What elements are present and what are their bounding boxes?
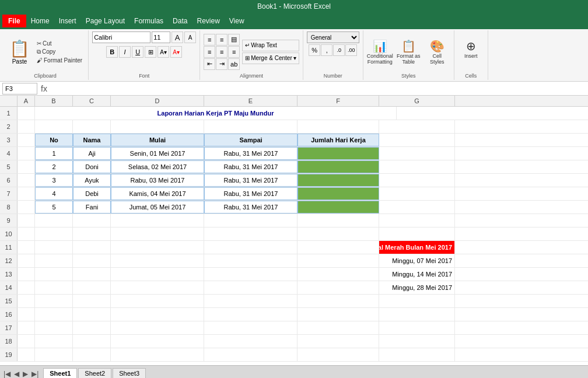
cell-B3[interactable]: No [35, 134, 73, 146]
cell-D4[interactable]: Senin, 01 Mei 2017 [111, 147, 204, 160]
cell-D9[interactable] [111, 214, 204, 227]
cell-C10[interactable] [73, 228, 111, 240]
cell-A2[interactable] [18, 120, 35, 133]
cell-E2[interactable] [204, 120, 298, 133]
cell-E10[interactable] [204, 228, 298, 240]
cell-E9[interactable] [204, 214, 298, 227]
cell-D2[interactable] [111, 120, 204, 133]
cell-A14[interactable] [18, 281, 35, 294]
cell-G4[interactable] [379, 147, 455, 160]
cell-E13[interactable] [204, 268, 298, 281]
cell-G10[interactable] [379, 228, 455, 240]
cell-F9[interactable] [298, 214, 379, 227]
cell-C14[interactable] [73, 281, 111, 294]
percent-btn[interactable]: % [309, 44, 320, 56]
cell-C4[interactable]: Aji [73, 147, 111, 160]
cell-E3[interactable]: Sampai [204, 134, 298, 146]
cell-C12[interactable] [73, 254, 111, 267]
decrease-decimal-btn[interactable]: .0 [333, 44, 345, 56]
col-header-E[interactable]: E [204, 96, 298, 106]
align-left-btn[interactable]: ≡ [204, 46, 215, 58]
menu-data[interactable]: Data [168, 16, 192, 26]
menu-formulas[interactable]: Formulas [130, 16, 168, 26]
function-btn[interactable]: fx [40, 84, 48, 93]
menu-home[interactable]: Home [26, 16, 54, 26]
sheet-tab-sheet1[interactable]: Sheet1 [43, 368, 77, 378]
col-header-B[interactable]: B [35, 96, 73, 106]
format-painter-button[interactable]: 🖌 Format Painter [34, 57, 85, 64]
number-format-select[interactable]: General [307, 32, 359, 43]
cell-F5[interactable] [298, 160, 379, 173]
cell-E8[interactable]: Rabu, 31 Mei 2017 [204, 201, 298, 214]
col-header-A[interactable]: A [18, 96, 35, 106]
cell-F4[interactable] [298, 147, 379, 160]
cell-D3[interactable]: Mulai [111, 134, 204, 146]
cell-B6[interactable]: 3 [35, 174, 73, 187]
cell-G2[interactable] [379, 120, 455, 133]
cell-A9[interactable] [18, 214, 35, 227]
underline-button[interactable]: U [132, 46, 144, 58]
cell-styles-button[interactable]: 🎨 Cell Styles [424, 34, 450, 69]
cell-C2[interactable] [73, 120, 111, 133]
paste-button[interactable]: 📋 Paste [6, 38, 33, 66]
sheet-tab-sheet3[interactable]: Sheet3 [113, 368, 146, 378]
font-name-input[interactable] [92, 32, 150, 43]
cell-F3[interactable]: Jumlah Hari Kerja [298, 134, 379, 146]
font-color-button[interactable]: A▾ [170, 46, 182, 58]
align-right-btn[interactable]: ≡ [228, 46, 240, 58]
cell-D13[interactable] [111, 268, 204, 281]
cell-C11[interactable] [73, 241, 111, 254]
tab-prev-btn[interactable]: ◀ [13, 370, 20, 378]
cell-C5[interactable]: Doni [73, 160, 111, 173]
border-button[interactable]: ⊞ [145, 46, 156, 58]
fill-color-button[interactable]: A▾ [158, 46, 169, 58]
cell-F14[interactable] [298, 281, 379, 294]
cell-A6[interactable] [18, 174, 35, 187]
cell-A5[interactable] [18, 160, 35, 173]
cut-button[interactable]: ✂ Cut [34, 40, 85, 47]
align-center-btn[interactable]: ≡ [216, 46, 228, 58]
cell-F2[interactable] [298, 120, 379, 133]
cell-D12[interactable] [111, 254, 204, 267]
cell-F6[interactable] [298, 174, 379, 187]
cell-D8[interactable]: Jumat, 05 Mei 2017 [111, 201, 204, 214]
cell-A10[interactable] [18, 228, 35, 240]
tab-first-btn[interactable]: |◀ [2, 370, 12, 378]
cell-E12[interactable] [204, 254, 298, 267]
cell-A11[interactable] [18, 241, 35, 254]
cell-A8[interactable] [18, 201, 35, 214]
cell-C8[interactable]: Fani [73, 201, 111, 214]
formula-input[interactable] [51, 83, 586, 94]
menu-view[interactable]: View [225, 16, 249, 26]
cell-C13[interactable] [73, 268, 111, 281]
menu-insert[interactable]: Insert [54, 16, 81, 26]
cell-G3[interactable] [379, 134, 455, 146]
merge-center-button[interactable]: ⊞ Merge & Center▾ [242, 52, 299, 64]
menu-page-layout[interactable]: Page Layout [81, 16, 130, 26]
cell-B9[interactable] [35, 214, 73, 227]
col-header-G[interactable]: G [379, 96, 455, 106]
cell-G7[interactable] [379, 187, 455, 200]
cell-D14[interactable] [111, 281, 204, 294]
cell-B12[interactable] [35, 254, 73, 267]
cell-B4[interactable]: 1 [35, 147, 73, 160]
cell-E11[interactable] [204, 241, 298, 254]
cell-G12[interactable]: Minggu, 07 Mei 2017 [379, 254, 455, 267]
cell-G14[interactable]: Minggu, 28 Mei 2017 [379, 281, 455, 294]
cell-A7[interactable] [18, 187, 35, 200]
format-table-button[interactable]: 📋 Format as Table [396, 34, 422, 69]
cell-G11[interactable]: Tanggal Merah Bulan Mei 2017 [379, 241, 455, 254]
sheet-tab-sheet2[interactable]: Sheet2 [78, 368, 111, 378]
tab-last-btn[interactable]: ▶| [30, 370, 40, 378]
copy-button[interactable]: ⧉ Copy [34, 48, 85, 56]
font-decrease-btn[interactable]: A [184, 32, 196, 43]
cell-B2[interactable] [35, 120, 73, 133]
cell-D7[interactable]: Kamis, 04 Mei 2017 [111, 187, 204, 200]
cell-E6[interactable]: Rabu, 31 Mei 2017 [204, 174, 298, 187]
cell-C7[interactable]: Debi [73, 187, 111, 200]
italic-button[interactable]: I [119, 46, 131, 58]
cell-F12[interactable] [298, 254, 379, 267]
cell-D5[interactable]: Selasa, 02 Mei 2017 [111, 160, 204, 173]
font-increase-btn[interactable]: A [172, 32, 183, 43]
align-top-center-btn[interactable]: ≡ [216, 34, 228, 46]
